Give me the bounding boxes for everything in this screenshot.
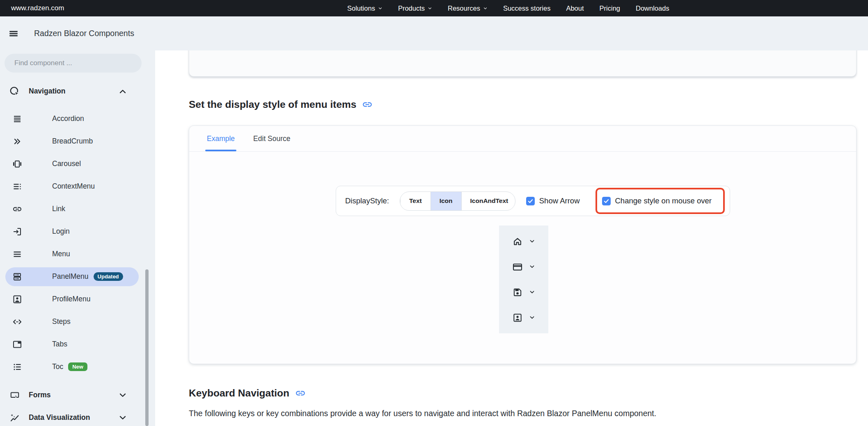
sidebar-item-label: Menu bbox=[52, 250, 70, 258]
sidebar-item[interactable]: ContextMenu bbox=[5, 175, 139, 198]
tabs-icon bbox=[12, 339, 22, 349]
contacts-icon bbox=[512, 312, 523, 323]
link-icon bbox=[12, 204, 22, 214]
top-nav-item[interactable]: Downloads bbox=[636, 5, 669, 12]
sidebar-item-label: ProfileMenu bbox=[52, 295, 90, 303]
sidebar-item[interactable]: Tabs bbox=[5, 333, 139, 355]
sidebar-item-label: PanelMenu bbox=[52, 272, 89, 281]
keyboard-navigation-heading: Keyboard Navigation bbox=[189, 387, 306, 399]
sidebar-item[interactable]: PanelMenu Updated bbox=[5, 267, 139, 286]
chevron-down-icon bbox=[118, 413, 127, 422]
sidebar-item[interactable]: Link bbox=[5, 198, 139, 220]
display-style-option[interactable]: Text bbox=[400, 192, 431, 210]
app-header: Radzen Blazor Components bbox=[0, 16, 868, 50]
hamburger-menu-icon[interactable] bbox=[8, 28, 19, 39]
panel-menu-item[interactable] bbox=[499, 305, 548, 330]
top-nav-item-label: Downloads bbox=[636, 5, 669, 12]
sidebar-category-label: Data Visualization bbox=[29, 413, 90, 422]
keyboard-navigation-description: The following keys or key combinations p… bbox=[189, 408, 656, 419]
panel-menu-item[interactable] bbox=[499, 254, 548, 280]
app-title: Radzen Blazor Components bbox=[34, 16, 134, 50]
sidebar-item-label: BreadCrumb bbox=[52, 137, 93, 146]
home-icon bbox=[512, 236, 523, 247]
sidebar-category-label: Forms bbox=[29, 391, 50, 399]
display-style-option[interactable]: IconAndText bbox=[461, 192, 515, 210]
top-navigation-bar: www.radzen.com Solutions Products Resour… bbox=[0, 0, 868, 16]
check-icon bbox=[603, 198, 609, 204]
top-nav-item[interactable]: About bbox=[566, 5, 584, 12]
sidebar: Navigation Accordion BreadCrumb bbox=[0, 50, 155, 426]
panel-menu-item[interactable] bbox=[499, 280, 548, 305]
chevron-down-icon bbox=[378, 6, 382, 11]
chevron-down-icon bbox=[529, 289, 535, 295]
checkbox-checked-icon[interactable] bbox=[602, 197, 611, 205]
profilemenu-icon bbox=[12, 294, 22, 304]
sidebar-category[interactable]: Data Visualization bbox=[5, 406, 139, 426]
tab-label: Edit Source bbox=[253, 134, 290, 143]
sidebar-item[interactable]: Carousel bbox=[5, 153, 139, 175]
navigation-category-icon bbox=[9, 86, 20, 97]
top-nav-item[interactable]: Products bbox=[398, 5, 432, 12]
panelmenu-icon bbox=[12, 272, 22, 282]
link-icon[interactable] bbox=[295, 388, 306, 399]
sidebar-item[interactable]: Steps bbox=[5, 310, 139, 333]
tab[interactable]: Example bbox=[206, 126, 236, 151]
top-nav-item[interactable]: Resources bbox=[448, 5, 488, 12]
top-nav-item-label: Products bbox=[398, 5, 425, 12]
top-nav-item-label: About bbox=[566, 5, 584, 12]
menu-icon bbox=[12, 249, 22, 259]
show-arrow-label: Show Arrow bbox=[539, 196, 580, 205]
sidebar-item[interactable]: Login bbox=[5, 220, 139, 243]
sidebar-item-label: Accordion bbox=[52, 114, 84, 123]
chevron-down-icon bbox=[529, 238, 535, 244]
sidebar-category-label: Navigation bbox=[29, 87, 65, 96]
carousel-icon bbox=[12, 159, 22, 169]
chevron-up-icon bbox=[118, 87, 127, 96]
sidebar-item[interactable]: Menu bbox=[5, 243, 139, 265]
display-style-option-label: Text bbox=[409, 197, 422, 205]
sidebar-category[interactable]: Forms bbox=[5, 384, 139, 406]
panel-menu-item[interactable] bbox=[499, 229, 548, 254]
contextmenu-icon bbox=[12, 182, 22, 191]
sidebar-item[interactable]: BreadCrumb bbox=[5, 130, 139, 153]
sidebar-item-label: Carousel bbox=[52, 159, 81, 168]
top-nav-item[interactable]: Success stories bbox=[503, 5, 551, 12]
sidebar-scrollbar[interactable] bbox=[145, 269, 149, 426]
chevron-down-icon bbox=[118, 391, 127, 400]
sidebar-item[interactable]: Toc New bbox=[5, 355, 139, 378]
chevron-down-icon bbox=[529, 264, 535, 270]
section-heading: Set the display style of menu items bbox=[189, 99, 373, 110]
sidebar-item-label: Toc bbox=[52, 362, 63, 371]
sidebar-item-label: ContextMenu bbox=[52, 182, 95, 191]
sidebar-item[interactable]: Accordion bbox=[5, 107, 139, 130]
keyboard-navigation-heading-text: Keyboard Navigation bbox=[189, 387, 289, 399]
change-style-on-mouse-over-checkbox[interactable]: Change style on mouse over bbox=[602, 196, 712, 205]
show-arrow-checkbox[interactable]: Show Arrow bbox=[526, 196, 580, 205]
display-style-option-label: Icon bbox=[440, 197, 453, 205]
sidebar-category-navigation[interactable]: Navigation bbox=[5, 80, 139, 103]
checkbox-checked-icon[interactable] bbox=[526, 197, 535, 205]
display-style-controls: DisplayStyle: Text Icon IconAndText bbox=[336, 186, 730, 216]
sidebar-component-list: Accordion BreadCrumb Carousel bbox=[0, 107, 155, 378]
forms-icon bbox=[10, 390, 20, 400]
top-nav-item[interactable]: Solutions bbox=[347, 5, 382, 12]
save-icon bbox=[512, 287, 523, 298]
check-icon bbox=[527, 198, 534, 204]
display-style-option[interactable]: Icon bbox=[431, 192, 461, 210]
tab[interactable]: Edit Source bbox=[252, 126, 291, 151]
brand-link[interactable]: www.radzen.com bbox=[11, 0, 64, 16]
top-nav: Solutions Products Resources Success sto… bbox=[347, 0, 669, 16]
sidebar-item[interactable]: ProfileMenu bbox=[5, 288, 139, 310]
display-style-option-label: IconAndText bbox=[470, 197, 508, 205]
search-input[interactable] bbox=[5, 54, 142, 73]
panel-menu-preview bbox=[499, 226, 548, 333]
top-nav-item[interactable]: Pricing bbox=[600, 5, 620, 12]
breadcrumb-icon bbox=[12, 137, 22, 146]
display-style-label: DisplayStyle: bbox=[345, 196, 389, 205]
highlight-annotation-box: Change style on mouse over bbox=[595, 188, 725, 214]
link-icon[interactable] bbox=[362, 99, 373, 110]
section-heading-text: Set the display style of menu items bbox=[189, 99, 356, 110]
payment-icon bbox=[512, 262, 523, 272]
status-badge: Updated bbox=[94, 272, 123, 281]
top-nav-item-label: Success stories bbox=[503, 5, 551, 12]
